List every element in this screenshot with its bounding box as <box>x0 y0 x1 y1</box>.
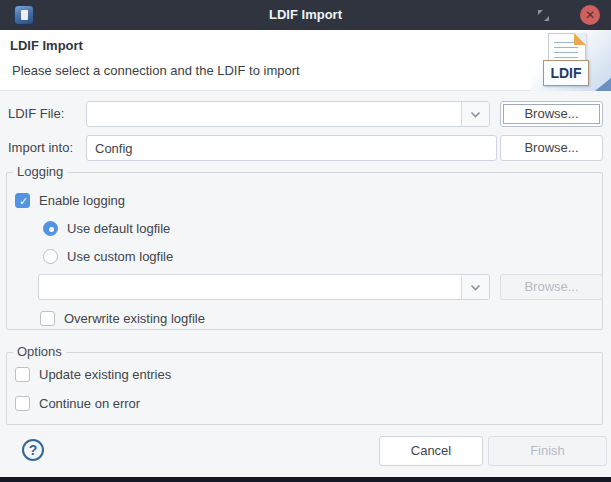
options-group-title: Options <box>13 344 66 359</box>
folded-corner-icon <box>574 33 586 45</box>
restore-icon[interactable] <box>538 10 549 21</box>
use-custom-logfile-label: Use custom logfile <box>67 249 173 264</box>
use-default-logfile-row[interactable]: Use default logfile <box>43 220 170 236</box>
custom-logfile-combo[interactable] <box>38 274 490 300</box>
help-button[interactable]: ? <box>22 439 44 461</box>
ldif-file-combo[interactable] <box>86 101 490 127</box>
enable-logging-checkbox[interactable] <box>15 193 30 208</box>
ldif-file-input[interactable] <box>87 102 461 126</box>
update-existing-checkbox[interactable] <box>15 367 30 382</box>
use-custom-logfile-row[interactable]: Use custom logfile <box>43 248 173 264</box>
page-title: LDIF Import <box>10 38 83 53</box>
update-existing-label: Update existing entries <box>39 367 171 382</box>
import-into-label: Import into: <box>8 135 73 161</box>
finish-button[interactable]: Finish <box>488 436 607 466</box>
enable-logging-label: Enable logging <box>39 193 125 208</box>
continue-on-error-checkbox[interactable] <box>15 396 30 411</box>
continue-on-error-label: Continue on error <box>39 396 140 411</box>
use-custom-logfile-radio[interactable] <box>43 249 58 264</box>
ldif-badge: LDIF <box>543 60 589 86</box>
custom-logfile-dropdown-button[interactable] <box>461 275 489 299</box>
ldif-file-label: LDIF File: <box>8 101 64 127</box>
use-default-logfile-label: Use default logfile <box>67 221 170 236</box>
cancel-button[interactable]: Cancel <box>379 436 483 466</box>
import-into-browse-button[interactable]: Browse... <box>500 135 603 161</box>
wizard-header: LDIF Import Please select a connection a… <box>0 30 611 91</box>
banner-corner-icon <box>595 78 611 91</box>
overwrite-logfile-row[interactable]: Overwrite existing logfile <box>40 310 205 326</box>
enable-logging-row[interactable]: Enable logging <box>15 192 125 208</box>
overwrite-logfile-checkbox[interactable] <box>40 311 55 326</box>
titlebar[interactable]: LDIF Import ✕ <box>0 0 611 30</box>
ldif-file-dropdown-button[interactable] <box>461 102 489 126</box>
ldif-import-dialog: LDIF Import ✕ LDIF Import Please select … <box>0 0 611 482</box>
use-default-logfile-radio[interactable] <box>43 221 58 236</box>
window-title: LDIF Import <box>0 0 611 30</box>
continue-on-error-row[interactable]: Continue on error <box>15 395 140 411</box>
chevron-down-icon <box>470 284 481 291</box>
chevron-down-icon <box>470 111 481 118</box>
page-subtitle: Please select a connection and the LDIF … <box>12 63 300 78</box>
import-into-input[interactable] <box>87 136 496 160</box>
ldif-banner-art: LDIF <box>531 30 611 91</box>
overwrite-logfile-label: Overwrite existing logfile <box>64 311 205 326</box>
close-button[interactable]: ✕ <box>580 5 600 25</box>
update-existing-row[interactable]: Update existing entries <box>15 366 171 382</box>
options-group: Options <box>6 352 603 425</box>
logging-group-title: Logging <box>13 164 67 179</box>
custom-logfile-input[interactable] <box>39 275 459 299</box>
bottom-window-edge <box>0 477 611 482</box>
ldif-file-browse-button[interactable]: Browse... <box>500 101 603 127</box>
custom-logfile-browse-button[interactable]: Browse... <box>500 274 603 300</box>
import-into-field[interactable] <box>86 135 497 161</box>
